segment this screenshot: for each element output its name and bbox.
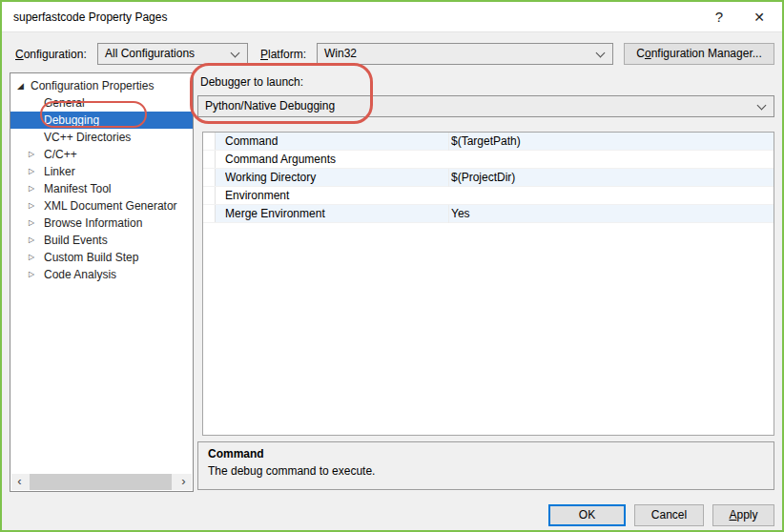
expander-collapsed-icon[interactable]: ▷	[29, 146, 34, 163]
sidebar-item-custom-build-step[interactable]: ▷ Custom Build Step	[10, 249, 193, 266]
debugger-select-value: Python/Native Debugging	[205, 99, 335, 113]
configuration-manager-button[interactable]: Configuration Manager...	[624, 43, 774, 65]
platform-select-value: Win32	[324, 47, 357, 60]
property-name: Environment	[225, 187, 444, 205]
row-gutter	[203, 205, 216, 222]
window-title: superfastcode Property Pages	[13, 10, 167, 24]
expander-collapsed-icon[interactable]: ▷	[29, 266, 34, 283]
configuration-select-value: All Configurations	[105, 47, 195, 60]
expander-collapsed-icon[interactable]: ▷	[29, 249, 34, 266]
property-row-command[interactable]: Command $(TargetPath)	[203, 133, 774, 151]
description-title: Command	[208, 447, 764, 460]
row-gutter	[203, 169, 216, 186]
chevron-down-icon	[231, 49, 240, 58]
sidebar-item-label: XML Document Generator	[44, 197, 177, 215]
property-row-command-arguments[interactable]: Command Arguments	[203, 151, 774, 169]
scroll-left-icon[interactable]: ‹	[11, 474, 28, 490]
property-value[interactable]: $(TargetPath)	[448, 133, 774, 151]
sidebar-item-label: VC++ Directories	[44, 129, 131, 146]
property-grid: Command $(TargetPath) Command Arguments …	[202, 132, 774, 436]
property-pages-dialog: superfastcode Property Pages ? ✕ Configu…	[0, 0, 784, 532]
sidebar-item-xml-document-generator[interactable]: ▷ XML Document Generator	[10, 197, 193, 215]
description-text: The debug command to execute.	[208, 464, 764, 478]
sidebar-item-debugging[interactable]: Debugging	[10, 112, 193, 129]
ok-button[interactable]: OK	[548, 504, 626, 526]
sidebar-item-label: Browse Information	[44, 215, 142, 232]
scroll-right-icon[interactable]: ›	[175, 474, 192, 490]
cancel-button[interactable]: Cancel	[634, 504, 704, 526]
expander-collapsed-icon[interactable]: ▷	[29, 180, 34, 197]
help-icon[interactable]: ?	[708, 6, 731, 29]
property-row-working-directory[interactable]: Working Directory $(ProjectDir)	[203, 169, 774, 187]
sidebar-item-vc-directories[interactable]: VC++ Directories	[10, 129, 193, 146]
platform-select[interactable]: Win32	[317, 43, 613, 65]
property-name: Merge Environment	[225, 205, 444, 223]
sidebar-item-label: Debugging	[44, 112, 99, 129]
configuration-select[interactable]: All Configurations	[97, 43, 248, 65]
row-gutter	[203, 187, 216, 204]
sidebar-item-manifest-tool[interactable]: ▷ Manifest Tool	[10, 180, 193, 197]
sidebar-item-label: Build Events	[44, 232, 108, 249]
sidebar-item-configuration-properties[interactable]: ◢ Configuration Properties	[10, 77, 193, 94]
sidebar-item-label: Configuration Properties	[31, 77, 154, 94]
sidebar-item-label: Manifest Tool	[44, 180, 111, 197]
sidebar-item-label: General	[44, 94, 85, 112]
sidebar-item-build-events[interactable]: ▷ Build Events	[10, 232, 193, 249]
debugger-to-launch-label: Debugger to launch:	[200, 75, 303, 89]
property-value[interactable]: Yes	[448, 205, 774, 223]
property-name: Working Directory	[225, 169, 444, 187]
sidebar-item-general[interactable]: General	[10, 94, 193, 112]
properties-tree: ◢ Configuration Properties General Debug…	[10, 72, 194, 492]
expander-collapsed-icon[interactable]: ▷	[29, 163, 34, 180]
expander-expanded-icon[interactable]: ◢	[17, 77, 24, 94]
sidebar-item-label: Code Analysis	[44, 266, 116, 283]
property-row-environment[interactable]: Environment	[203, 187, 774, 205]
sidebar-item-label: Linker	[44, 163, 75, 180]
property-value[interactable]: $(ProjectDir)	[448, 169, 774, 187]
sidebar-item-label: Custom Build Step	[44, 249, 138, 266]
close-icon[interactable]: ✕	[748, 6, 771, 29]
expander-collapsed-icon[interactable]: ▷	[29, 232, 34, 249]
sidebar-item-c-cpp[interactable]: ▷ C/C++	[10, 146, 193, 163]
sidebar-item-code-analysis[interactable]: ▷ Code Analysis	[10, 266, 193, 283]
title-bar: superfastcode Property Pages ? ✕	[2, 2, 782, 32]
sidebar-item-linker[interactable]: ▷ Linker	[10, 163, 193, 180]
sidebar-item-browse-information[interactable]: ▷ Browse Information	[10, 215, 193, 232]
row-gutter	[203, 133, 216, 150]
tree-horizontal-scrollbar[interactable]: ‹ ›	[11, 474, 192, 490]
apply-button[interactable]: Apply	[712, 504, 774, 526]
debugger-select[interactable]: Python/Native Debugging	[197, 95, 774, 117]
expander-collapsed-icon[interactable]: ▷	[29, 197, 34, 215]
sidebar-item-label: C/C++	[44, 146, 77, 163]
chevron-down-icon	[596, 49, 606, 58]
configuration-label: Configuration:	[15, 48, 87, 61]
property-name: Command Arguments	[225, 151, 444, 169]
expander-collapsed-icon[interactable]: ▷	[29, 215, 34, 232]
chevron-down-icon	[757, 101, 767, 111]
description-panel: Command The debug command to execute.	[197, 441, 774, 490]
row-gutter	[203, 151, 216, 168]
scrollbar-thumb[interactable]	[30, 474, 172, 490]
platform-label: Platform:	[260, 48, 306, 61]
property-row-merge-environment[interactable]: Merge Environment Yes	[203, 205, 774, 223]
property-name: Command	[225, 133, 444, 151]
